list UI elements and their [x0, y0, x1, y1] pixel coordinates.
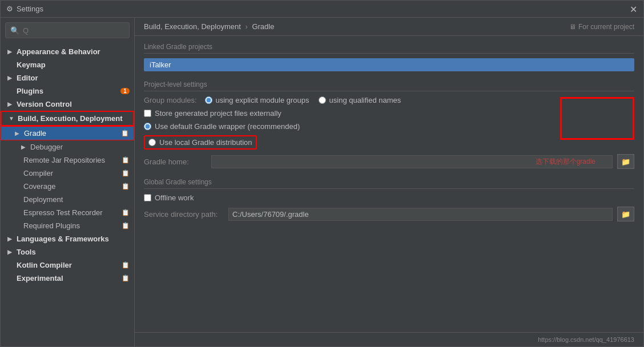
- use-local-distribution-row: Use local Gradle distribution: [144, 135, 257, 150]
- radio-explicit[interactable]: [205, 96, 212, 104]
- arrow-icon: ▶: [7, 75, 14, 81]
- use-local-distribution-text: Use local Gradle distribution: [159, 138, 252, 147]
- remote-jar-icon: 📋: [122, 156, 130, 164]
- title-bar-left: ⚙ Settings: [6, 5, 43, 13]
- sidebar-item-label: Plugins: [17, 87, 43, 95]
- sidebar-item-appearance[interactable]: ▶ Appearance & Behavior: [1, 45, 134, 58]
- for-current-label: For current project: [578, 23, 634, 31]
- service-dir-folder-button[interactable]: 📁: [617, 207, 634, 221]
- close-button[interactable]: ✕: [630, 5, 638, 13]
- sidebar-item-deployment[interactable]: Deployment: [1, 193, 134, 206]
- sidebar-item-editor[interactable]: ▶ Editor: [1, 71, 134, 84]
- store-files-checkbox[interactable]: [144, 110, 151, 117]
- gradle-home-area: Gradle home: 选下载的那个gradle 📁: [144, 154, 634, 169]
- sidebar-item-label: Appearance & Behavior: [17, 47, 100, 56]
- gradle-home-input-wrap: 选下载的那个gradle: [211, 155, 613, 168]
- right-panel: Build, Execution, Deployment › Gradle 🖥 …: [135, 18, 643, 346]
- sidebar-item-label: Remote Jar Repositories: [23, 156, 105, 164]
- bottom-bar: https://blog.csdn.net/qq_41976613: [135, 332, 643, 346]
- store-files-row: Store generated project files externally: [144, 109, 634, 118]
- store-files-label[interactable]: Store generated project files externally: [144, 109, 281, 118]
- gradle-home-label: Gradle home:: [144, 158, 207, 166]
- group-modules-label: Group modules:: [144, 96, 197, 104]
- arrow-icon: ▶: [7, 101, 14, 107]
- breadcrumb-sep: ›: [245, 22, 247, 31]
- plugins-badge: 1: [120, 88, 130, 94]
- sidebar-item-label: Kotlin Compiler: [17, 261, 72, 269]
- store-files-text: Store generated project files externally: [155, 109, 281, 118]
- offline-work-row: Offline work: [144, 193, 634, 202]
- for-current-project: 🖥 For current project: [569, 23, 634, 31]
- linked-project-item[interactable]: iTalker: [144, 58, 634, 71]
- gradle-icon: 📋: [121, 130, 129, 137]
- sidebar-item-kotlin[interactable]: Kotlin Compiler 📋: [1, 259, 134, 272]
- kotlin-icon: 📋: [122, 261, 130, 269]
- sidebar-item-compiler[interactable]: Compiler 📋: [1, 167, 134, 180]
- arrow-icon: ▶: [7, 249, 14, 255]
- radio-explicit-label[interactable]: using explicit module groups: [205, 96, 309, 104]
- sidebar-item-tools[interactable]: ▶ Tools: [1, 245, 134, 259]
- service-dir-input[interactable]: [228, 208, 613, 221]
- footer-url: https://blog.csdn.net/qq_41976613: [538, 336, 634, 343]
- radio-qualified-label[interactable]: using qualified names: [319, 96, 401, 104]
- coverage-icon: 📋: [122, 183, 130, 190]
- breadcrumb-part1: Build, Execution, Deployment: [144, 22, 241, 31]
- use-default-wrapper-label[interactable]: Use default Gradle wrapper (recommended): [144, 122, 300, 131]
- settings-window: ⚙ Settings ✕ 🔍 ▶ Appearance & Behavior K…: [0, 0, 644, 347]
- project-settings-section: Project-level settings Group modules: us…: [144, 80, 634, 169]
- global-settings-section: Global Gradle settings Offline work Serv…: [144, 178, 634, 221]
- search-input[interactable]: [23, 26, 124, 35]
- sidebar-item-coverage[interactable]: Coverage 📋: [1, 180, 134, 193]
- sidebar-item-gradle[interactable]: ▶ Gradle 📋: [1, 126, 134, 140]
- radio-qualified[interactable]: [319, 96, 326, 104]
- panel-body: Linked Gradle projects iTalker Project-l…: [135, 36, 643, 332]
- window-title: Settings: [17, 5, 43, 13]
- radio-group-modules: using explicit module groups using quali…: [205, 96, 401, 104]
- sidebar-item-required-plugins[interactable]: Required Plugins 📋: [1, 219, 134, 232]
- sidebar-item-remote-jar[interactable]: Remote Jar Repositories 📋: [1, 154, 134, 167]
- sidebar-item-label: Deployment: [23, 195, 63, 204]
- sidebar-item-label: Editor: [17, 74, 38, 82]
- offline-work-checkbox[interactable]: [144, 194, 151, 201]
- sidebar-item-keymap[interactable]: Keymap: [1, 58, 134, 71]
- service-dir-row: Service directory path: 📁: [144, 207, 634, 221]
- radio-qualified-text: using qualified names: [329, 96, 401, 104]
- breadcrumb-part2: Gradle: [252, 22, 274, 31]
- settings-icon: ⚙: [6, 5, 13, 13]
- sidebar-item-espresso[interactable]: Espresso Test Recorder 📋: [1, 206, 134, 219]
- sidebar-item-label: Experimental: [17, 274, 63, 283]
- compiler-icon: 📋: [122, 170, 130, 177]
- arrow-icon: ▶: [7, 49, 14, 55]
- offline-work-label[interactable]: Offline work: [144, 193, 194, 202]
- sidebar: 🔍 ▶ Appearance & Behavior Keymap ▶ Edito…: [1, 18, 135, 346]
- sidebar-item-build[interactable]: ▼ Build, Execution, Deployment: [1, 111, 134, 126]
- use-default-wrapper-row: Use default Gradle wrapper (recommended): [144, 122, 634, 131]
- global-settings-title: Global Gradle settings: [144, 178, 634, 189]
- sidebar-item-languages[interactable]: ▶ Languages & Frameworks: [1, 232, 134, 245]
- arrow-icon: ▶: [7, 236, 14, 242]
- arrow-icon: ▼: [9, 115, 15, 122]
- sidebar-item-label: Debugger: [30, 143, 63, 151]
- sidebar-item-label: Compiler: [23, 169, 53, 177]
- sidebar-item-label: Coverage: [23, 182, 55, 191]
- linked-projects-title: Linked Gradle projects: [144, 43, 634, 54]
- gradle-home-row: Gradle home: 选下载的那个gradle 📁: [144, 154, 634, 169]
- group-modules-row: Group modules: using explicit module gro…: [144, 96, 634, 104]
- panel-header: Build, Execution, Deployment › Gradle 🖥 …: [135, 18, 643, 36]
- sidebar-item-label: Version Control: [17, 100, 72, 108]
- sidebar-item-debugger[interactable]: ▶ Debugger: [1, 140, 134, 154]
- linked-projects-section: Linked Gradle projects iTalker: [144, 43, 634, 71]
- sidebar-item-plugins[interactable]: Plugins 1: [1, 84, 134, 98]
- search-box[interactable]: 🔍: [5, 22, 130, 38]
- sidebar-item-version-control[interactable]: ▶ Version Control: [1, 98, 134, 111]
- gradle-home-folder-button[interactable]: 📁: [617, 154, 634, 169]
- breadcrumb: Build, Execution, Deployment › Gradle: [144, 22, 274, 31]
- experimental-icon: 📋: [122, 275, 130, 282]
- required-plugins-icon: 📋: [122, 222, 130, 229]
- radio-default-wrapper[interactable]: [144, 123, 151, 130]
- project-icon: 🖥: [569, 23, 576, 31]
- sidebar-item-label: Keymap: [17, 60, 46, 69]
- radio-local-distribution[interactable]: [148, 139, 156, 146]
- service-dir-label: Service directory path:: [144, 210, 224, 219]
- sidebar-item-experimental[interactable]: Experimental 📋: [1, 272, 134, 285]
